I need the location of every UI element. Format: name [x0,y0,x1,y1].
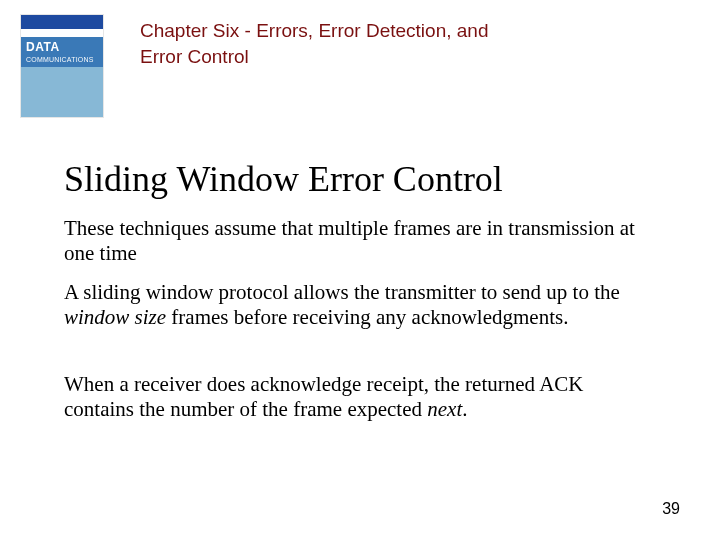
cover-spacer [21,29,103,37]
slide-heading: Sliding Window Error Control [64,158,503,200]
slide-header: DATA COMMUNICATIONS Chapter Six - Errors… [20,14,700,118]
page-number: 39 [662,500,680,518]
cover-title-block: DATA COMMUNICATIONS [21,37,103,67]
paragraph-3-part-a: When a receiver does acknowledge receipt… [64,372,584,421]
cover-body [21,67,103,117]
paragraph-2-part-b: frames before receiving any acknowledgme… [166,305,568,329]
paragraph-2: A sliding window protocol allows the tra… [64,280,656,330]
paragraph-3-italic: next [427,397,462,421]
cover-top-band [21,15,103,29]
paragraph-1: These techniques assume that multiple fr… [64,216,656,266]
paragraph-2-italic: window size [64,305,166,329]
slide: DATA COMMUNICATIONS Chapter Six - Errors… [0,0,720,540]
cover-title-line2: COMMUNICATIONS [26,56,98,64]
book-cover-image: DATA COMMUNICATIONS [20,14,104,118]
paragraph-2-part-a: A sliding window protocol allows the tra… [64,280,620,304]
chapter-label: Chapter Six - Errors, Error Detection, a… [140,18,500,69]
paragraph-3-part-b: . [462,397,467,421]
paragraph-3: When a receiver does acknowledge receipt… [64,372,656,422]
cover-title-line1: DATA [26,41,98,55]
